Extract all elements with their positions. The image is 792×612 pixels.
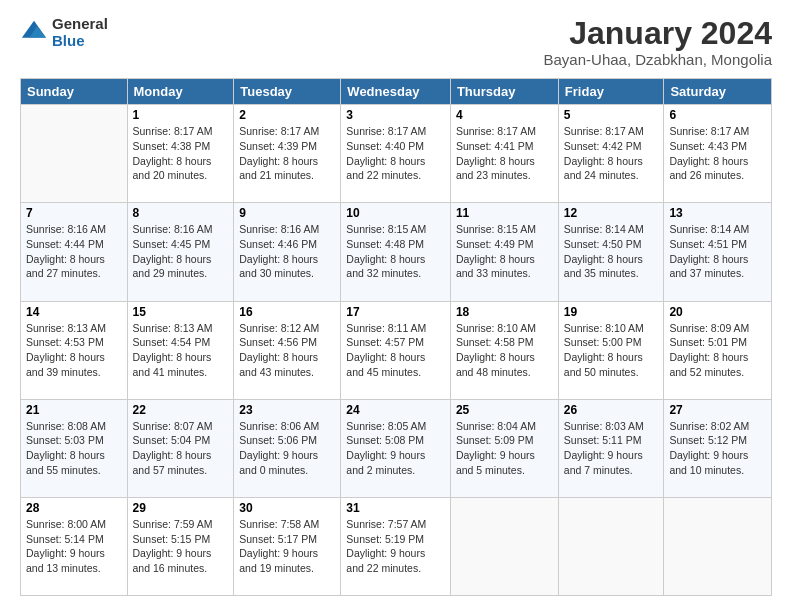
- day-number: 11: [456, 206, 553, 220]
- day-info: Sunrise: 8:17 AMSunset: 4:43 PMDaylight:…: [669, 124, 766, 183]
- cell-week2-day6: 13 Sunrise: 8:14 AMSunset: 4:51 PMDaylig…: [664, 203, 772, 301]
- cell-week2-day5: 12 Sunrise: 8:14 AMSunset: 4:50 PMDaylig…: [558, 203, 664, 301]
- day-info: Sunrise: 8:06 AMSunset: 5:06 PMDaylight:…: [239, 419, 335, 478]
- cell-week2-day0: 7 Sunrise: 8:16 AMSunset: 4:44 PMDayligh…: [21, 203, 128, 301]
- cell-week5-day6: [664, 497, 772, 595]
- cell-week3-day3: 17 Sunrise: 8:11 AMSunset: 4:57 PMDaylig…: [341, 301, 451, 399]
- day-info: Sunrise: 7:57 AMSunset: 5:19 PMDaylight:…: [346, 517, 445, 576]
- day-info: Sunrise: 8:12 AMSunset: 4:56 PMDaylight:…: [239, 321, 335, 380]
- day-number: 24: [346, 403, 445, 417]
- cell-week3-day2: 16 Sunrise: 8:12 AMSunset: 4:56 PMDaylig…: [234, 301, 341, 399]
- logo-general: General: [52, 16, 108, 33]
- day-info: Sunrise: 8:00 AMSunset: 5:14 PMDaylight:…: [26, 517, 122, 576]
- day-info: Sunrise: 8:02 AMSunset: 5:12 PMDaylight:…: [669, 419, 766, 478]
- cell-week3-day5: 19 Sunrise: 8:10 AMSunset: 5:00 PMDaylig…: [558, 301, 664, 399]
- title-area: January 2024 Bayan-Uhaa, Dzabkhan, Mongo…: [544, 16, 772, 68]
- cell-week5-day4: [450, 497, 558, 595]
- day-number: 26: [564, 403, 659, 417]
- day-number: 25: [456, 403, 553, 417]
- day-info: Sunrise: 8:08 AMSunset: 5:03 PMDaylight:…: [26, 419, 122, 478]
- day-number: 5: [564, 108, 659, 122]
- day-number: 12: [564, 206, 659, 220]
- day-info: Sunrise: 7:58 AMSunset: 5:17 PMDaylight:…: [239, 517, 335, 576]
- logo-blue: Blue: [52, 33, 108, 50]
- day-info: Sunrise: 8:13 AMSunset: 4:53 PMDaylight:…: [26, 321, 122, 380]
- day-info: Sunrise: 8:15 AMSunset: 4:49 PMDaylight:…: [456, 222, 553, 281]
- day-number: 19: [564, 305, 659, 319]
- day-number: 3: [346, 108, 445, 122]
- day-number: 28: [26, 501, 122, 515]
- main-title: January 2024: [544, 16, 772, 51]
- day-number: 15: [133, 305, 229, 319]
- cell-week1-day5: 5 Sunrise: 8:17 AMSunset: 4:42 PMDayligh…: [558, 105, 664, 203]
- week-row-3: 14 Sunrise: 8:13 AMSunset: 4:53 PMDaylig…: [21, 301, 772, 399]
- header-monday: Monday: [127, 79, 234, 105]
- day-info: Sunrise: 8:13 AMSunset: 4:54 PMDaylight:…: [133, 321, 229, 380]
- cell-week2-day1: 8 Sunrise: 8:16 AMSunset: 4:45 PMDayligh…: [127, 203, 234, 301]
- week-row-2: 7 Sunrise: 8:16 AMSunset: 4:44 PMDayligh…: [21, 203, 772, 301]
- header-wednesday: Wednesday: [341, 79, 451, 105]
- cell-week4-day3: 24 Sunrise: 8:05 AMSunset: 5:08 PMDaylig…: [341, 399, 451, 497]
- cell-week3-day6: 20 Sunrise: 8:09 AMSunset: 5:01 PMDaylig…: [664, 301, 772, 399]
- cell-week4-day1: 22 Sunrise: 8:07 AMSunset: 5:04 PMDaylig…: [127, 399, 234, 497]
- day-info: Sunrise: 7:59 AMSunset: 5:15 PMDaylight:…: [133, 517, 229, 576]
- day-info: Sunrise: 8:17 AMSunset: 4:41 PMDaylight:…: [456, 124, 553, 183]
- cell-week4-day4: 25 Sunrise: 8:04 AMSunset: 5:09 PMDaylig…: [450, 399, 558, 497]
- day-number: 14: [26, 305, 122, 319]
- week-row-1: 1 Sunrise: 8:17 AMSunset: 4:38 PMDayligh…: [21, 105, 772, 203]
- cell-week5-day2: 30 Sunrise: 7:58 AMSunset: 5:17 PMDaylig…: [234, 497, 341, 595]
- cell-week1-day1: 1 Sunrise: 8:17 AMSunset: 4:38 PMDayligh…: [127, 105, 234, 203]
- cell-week2-day2: 9 Sunrise: 8:16 AMSunset: 4:46 PMDayligh…: [234, 203, 341, 301]
- header-sunday: Sunday: [21, 79, 128, 105]
- day-info: Sunrise: 8:04 AMSunset: 5:09 PMDaylight:…: [456, 419, 553, 478]
- cell-week5-day3: 31 Sunrise: 7:57 AMSunset: 5:19 PMDaylig…: [341, 497, 451, 595]
- day-info: Sunrise: 8:17 AMSunset: 4:38 PMDaylight:…: [133, 124, 229, 183]
- day-info: Sunrise: 8:05 AMSunset: 5:08 PMDaylight:…: [346, 419, 445, 478]
- cell-week4-day2: 23 Sunrise: 8:06 AMSunset: 5:06 PMDaylig…: [234, 399, 341, 497]
- cell-week1-day0: [21, 105, 128, 203]
- day-number: 16: [239, 305, 335, 319]
- day-number: 21: [26, 403, 122, 417]
- cell-week2-day3: 10 Sunrise: 8:15 AMSunset: 4:48 PMDaylig…: [341, 203, 451, 301]
- day-info: Sunrise: 8:14 AMSunset: 4:50 PMDaylight:…: [564, 222, 659, 281]
- day-number: 29: [133, 501, 229, 515]
- logo-text: General Blue: [52, 16, 108, 49]
- day-number: 6: [669, 108, 766, 122]
- page-header: General Blue January 2024 Bayan-Uhaa, Dz…: [20, 16, 772, 68]
- day-number: 27: [669, 403, 766, 417]
- cell-week3-day4: 18 Sunrise: 8:10 AMSunset: 4:58 PMDaylig…: [450, 301, 558, 399]
- day-info: Sunrise: 8:16 AMSunset: 4:44 PMDaylight:…: [26, 222, 122, 281]
- day-number: 23: [239, 403, 335, 417]
- day-info: Sunrise: 8:17 AMSunset: 4:39 PMDaylight:…: [239, 124, 335, 183]
- subtitle: Bayan-Uhaa, Dzabkhan, Mongolia: [544, 51, 772, 68]
- cell-week4-day5: 26 Sunrise: 8:03 AMSunset: 5:11 PMDaylig…: [558, 399, 664, 497]
- day-number: 7: [26, 206, 122, 220]
- day-info: Sunrise: 8:17 AMSunset: 4:40 PMDaylight:…: [346, 124, 445, 183]
- day-number: 20: [669, 305, 766, 319]
- day-info: Sunrise: 8:16 AMSunset: 4:46 PMDaylight:…: [239, 222, 335, 281]
- day-info: Sunrise: 8:15 AMSunset: 4:48 PMDaylight:…: [346, 222, 445, 281]
- day-number: 4: [456, 108, 553, 122]
- cell-week2-day4: 11 Sunrise: 8:15 AMSunset: 4:49 PMDaylig…: [450, 203, 558, 301]
- week-row-5: 28 Sunrise: 8:00 AMSunset: 5:14 PMDaylig…: [21, 497, 772, 595]
- cell-week3-day0: 14 Sunrise: 8:13 AMSunset: 4:53 PMDaylig…: [21, 301, 128, 399]
- day-number: 2: [239, 108, 335, 122]
- day-info: Sunrise: 8:10 AMSunset: 4:58 PMDaylight:…: [456, 321, 553, 380]
- day-info: Sunrise: 8:16 AMSunset: 4:45 PMDaylight:…: [133, 222, 229, 281]
- cell-week3-day1: 15 Sunrise: 8:13 AMSunset: 4:54 PMDaylig…: [127, 301, 234, 399]
- cell-week1-day4: 4 Sunrise: 8:17 AMSunset: 4:41 PMDayligh…: [450, 105, 558, 203]
- cell-week1-day6: 6 Sunrise: 8:17 AMSunset: 4:43 PMDayligh…: [664, 105, 772, 203]
- cell-week1-day2: 2 Sunrise: 8:17 AMSunset: 4:39 PMDayligh…: [234, 105, 341, 203]
- calendar-table: Sunday Monday Tuesday Wednesday Thursday…: [20, 78, 772, 596]
- day-number: 18: [456, 305, 553, 319]
- day-info: Sunrise: 8:14 AMSunset: 4:51 PMDaylight:…: [669, 222, 766, 281]
- day-number: 13: [669, 206, 766, 220]
- day-info: Sunrise: 8:10 AMSunset: 5:00 PMDaylight:…: [564, 321, 659, 380]
- calendar-header-row: Sunday Monday Tuesday Wednesday Thursday…: [21, 79, 772, 105]
- day-info: Sunrise: 8:11 AMSunset: 4:57 PMDaylight:…: [346, 321, 445, 380]
- header-saturday: Saturday: [664, 79, 772, 105]
- day-number: 17: [346, 305, 445, 319]
- logo-icon: [20, 19, 48, 47]
- cell-week4-day6: 27 Sunrise: 8:02 AMSunset: 5:12 PMDaylig…: [664, 399, 772, 497]
- day-number: 8: [133, 206, 229, 220]
